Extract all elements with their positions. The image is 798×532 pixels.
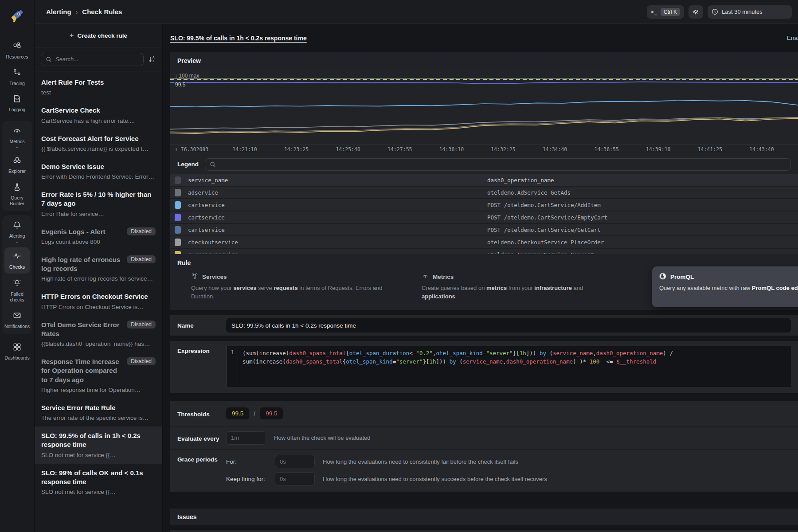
rule-mode-card-services[interactable]: ServicesQuery how your services serve re… <box>191 273 387 301</box>
issues-panel-header: Issues <box>170 509 798 525</box>
title-row: SLO: 99.5% of calls in 1h < 0.2s respons… <box>163 24 798 52</box>
sidebar-item-alerting[interactable]: Alerting⌄ <box>2 216 32 246</box>
legend-row-item[interactable]: currencyserviceoteldemo.CurrencyService … <box>170 249 798 254</box>
sidebar-item-notifications[interactable]: Notifications <box>2 307 32 333</box>
legend-series-checkbox[interactable] <box>175 201 181 209</box>
query-builder-icon <box>12 182 22 193</box>
sidebar-item-metrics[interactable]: Metrics⌄ <box>2 122 32 152</box>
rule-list-item[interactable]: Alert Rule For Teststest <box>35 73 162 101</box>
legend-row: Legend <box>170 154 798 174</box>
rule-list-item[interactable]: CartService CheckCartService has a high … <box>35 101 162 129</box>
rule-item-subtitle: Higher response time for Operation… <box>41 387 156 393</box>
rule-item-title: Cost Forecast Alert for Service <box>41 134 139 143</box>
sidebar-item-label: Logging <box>9 107 25 113</box>
rule-list-item[interactable]: Cost Forecast Alert for Service{{ $label… <box>35 129 162 157</box>
grace-keep-label: Keep firing for: <box>226 476 275 482</box>
sidebar-item-failed-checks[interactable]: Failed checks <box>2 274 32 306</box>
legend-row-item[interactable]: adserviceoteldemo.AdService GetAds <box>170 187 798 198</box>
plus-icon: + <box>70 31 74 39</box>
legend-series-checkbox[interactable] <box>175 251 181 254</box>
rule-panel: Rule ServicesQuery how your services ser… <box>170 254 798 492</box>
rule-list-item[interactable]: Service Error Rate RuleThe error rate of… <box>35 399 162 426</box>
legend-series-checkbox[interactable] <box>175 226 181 234</box>
rule-item-header: High log rate of erroneus log recordsDis… <box>41 255 156 274</box>
legend-row-item[interactable]: cartservicePOST /oteldemo.CartService/Ge… <box>170 224 798 235</box>
rule-item-header: SLO: 99.5% of calls in 1h < 0.2s respons… <box>41 431 156 450</box>
rule-list-item[interactable]: OTel Demo Service Error RatesDisabled{{$… <box>35 316 162 353</box>
dash0-logo[interactable] <box>8 6 27 26</box>
legend-search-input[interactable] <box>219 161 786 168</box>
rule-list-item[interactable]: SLO: 99% of calls OK and < 0.1s response… <box>35 464 162 501</box>
sidebar-item-label: Resources <box>6 54 28 60</box>
rule-item-header: Evgenis Logs - AlertDisabled <box>41 227 156 236</box>
rule-list-item[interactable]: HTTP Errors on Checkout ServiceHTTP Erro… <box>35 287 162 315</box>
alerting-icon <box>12 220 22 231</box>
promql-expression[interactable]: (sum(increase(dash0_spans_total{otel_spa… <box>238 346 791 387</box>
legend-series-checkbox[interactable] <box>175 189 181 196</box>
rule-name-input[interactable] <box>226 318 791 332</box>
legend-row-item[interactable]: checkoutserviceoteldemo.CheckoutService … <box>170 236 798 248</box>
rule-mode-card-metrics[interactable]: MetricsCreate queries based on metrics f… <box>422 273 618 301</box>
sidebar-item-label: Checks <box>9 264 25 270</box>
rule-list-item[interactable]: Response Time Increase for Operation com… <box>35 352 162 399</box>
sort-button[interactable]: A Z <box>148 55 156 63</box>
rule-list-item[interactable]: Error Rate is 5% / 10 % higher than 7 da… <box>35 185 162 223</box>
rule-searchbox[interactable] <box>41 53 144 66</box>
grace-for-label: For: <box>226 458 275 465</box>
failed-checks-icon <box>12 278 22 289</box>
critical-threshold-input[interactable]: 99.5 <box>260 407 283 419</box>
sidebar-item-explorer[interactable]: Explorer <box>2 152 32 178</box>
rule-list-item[interactable]: High log rate of erroneus log recordsDis… <box>35 250 162 288</box>
rule-list-item[interactable]: SLO: 99.5% of calls in 1h < 0.2s respons… <box>35 426 162 464</box>
telescope-button[interactable] <box>688 5 703 19</box>
promql-editor[interactable]: 1 (sum(increase(dash0_spans_total{otel_s… <box>226 346 791 387</box>
legend-row-item[interactable]: cartservicePOST /oteldemo.CartService/Ad… <box>170 199 798 211</box>
x-axis-tick: 14:32:25 <box>491 146 515 153</box>
breadcrumb: Alerting › Check Rules <box>46 8 122 16</box>
services-icon <box>191 273 198 281</box>
resources-icon <box>12 41 22 52</box>
right-pane: Alerting › Check Rules >_ Ctrl K <box>35 0 798 532</box>
legend-series-checkbox[interactable] <box>175 239 181 246</box>
mode-card-description: Query how your services serve requests i… <box>191 284 387 301</box>
grace-for-input[interactable] <box>275 455 315 468</box>
sidebar-item-label: Dashboards <box>4 355 30 361</box>
rule-item-subtitle: CartService has a high error rate.... <box>41 117 156 124</box>
logging-icon <box>12 94 22 105</box>
code-line: (sum(increase(dash0_spans_total{otel_spa… <box>243 349 786 357</box>
breadcrumb-alerting[interactable]: Alerting <box>46 8 71 16</box>
sidebar-item-logging[interactable]: Logging <box>0 90 34 117</box>
legend-series-checkbox[interactable] <box>175 214 181 221</box>
rule-item-title: Demo Service Issue <box>41 162 104 171</box>
time-range-button[interactable]: Last 30 minutes <box>708 5 792 19</box>
rule-search-input[interactable] <box>55 56 139 63</box>
legend-select-all-checkbox[interactable] <box>175 176 181 184</box>
legend-searchbox[interactable] <box>205 158 791 171</box>
create-check-rule-button[interactable]: + Create check rule <box>70 31 127 39</box>
columns: + Create check rule A <box>35 24 798 532</box>
sidebar-item-resources[interactable]: Resources <box>0 37 34 64</box>
chart-series-line <box>170 82 798 84</box>
legend-row-item[interactable]: cartservicePOST /oteldemo.CartService/Em… <box>170 211 798 223</box>
threshold-separator: / <box>254 410 255 417</box>
sidebar: ResourcesTracingLoggingMetrics⌄ExplorerQ… <box>0 0 35 532</box>
rule-list-item[interactable]: Demo Service IssueError with Demo Fronte… <box>35 157 162 185</box>
rule-item-title: Response Time Increase for Operation com… <box>41 357 123 384</box>
rule-list-item[interactable]: Evgenis Logs - AlertDisabledLogs count a… <box>35 223 162 250</box>
disabled-badge: Disabled <box>127 255 156 263</box>
disabled-badge: Disabled <box>127 227 156 235</box>
rule-mode-card-promql[interactable]: PromQLQuery any available metric with ra… <box>652 266 798 307</box>
evaluate-interval-input[interactable] <box>226 431 266 445</box>
sidebar-item-query-builder[interactable]: Query Builder <box>2 178 32 210</box>
preview-chart: ↓ 100 max 99.5 ↑ 76.302083 14:21:1014:23… <box>170 70 798 154</box>
grace-keep-input[interactable] <box>275 472 315 485</box>
degraded-threshold-input[interactable]: 99.5 <box>226 407 249 419</box>
sidebar-item-label: Explorer <box>8 168 26 174</box>
command-palette-button[interactable]: >_ Ctrl K <box>647 5 684 19</box>
sidebar-item-dashboards[interactable]: Dashboards <box>0 338 34 365</box>
sidebar-item-checks[interactable]: Checks <box>4 247 30 274</box>
sidebar-item-tracing[interactable]: Tracing <box>0 64 34 90</box>
settings-rows: Thresholds 99.5 / 99.5 Evaluate every Ho… <box>170 401 798 492</box>
name-row: Name <box>170 315 798 336</box>
selected-rule-title-link[interactable]: SLO: 99.5% of calls in 1h < 0.2s respons… <box>170 35 307 42</box>
